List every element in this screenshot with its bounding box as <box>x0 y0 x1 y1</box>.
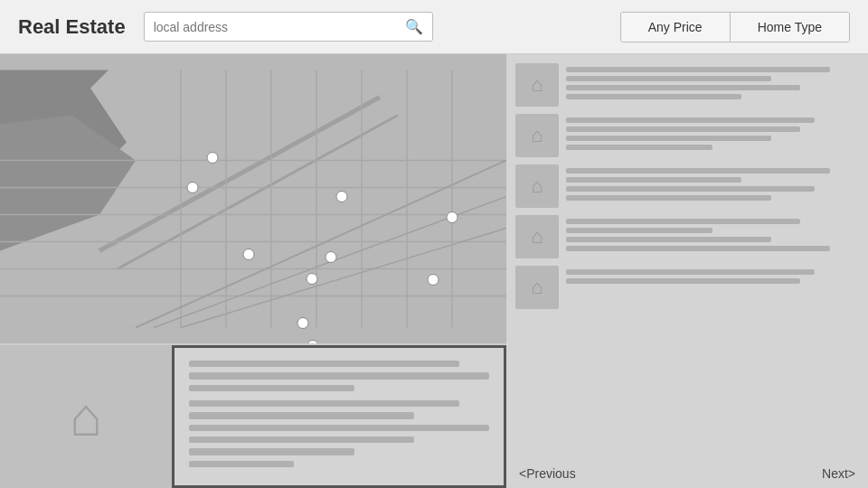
svg-point-22 <box>207 153 218 164</box>
listing-home-icon: ⌂ <box>531 174 542 198</box>
listing-line <box>566 228 712 233</box>
pagination: <Previous Next> <box>515 459 859 488</box>
map-container[interactable] <box>0 54 506 343</box>
list-item[interactable]: ⌂ <box>515 164 859 208</box>
listing-line <box>566 177 741 183</box>
svg-point-27 <box>326 252 336 263</box>
svg-point-29 <box>428 275 439 286</box>
detail-thumbnail: ⌂ <box>0 345 172 488</box>
filter-buttons: Any Price Home Type <box>620 12 850 42</box>
listing-line <box>566 219 800 224</box>
header: Real Estate 🔍 Any Price Home Type <box>0 0 868 54</box>
listing-lines <box>566 63 859 99</box>
svg-point-31 <box>307 341 318 344</box>
detail-line-6 <box>189 425 489 431</box>
detail-line-8 <box>189 448 354 455</box>
price-filter-button[interactable]: Any Price <box>621 13 731 42</box>
listing-line <box>566 94 741 99</box>
list-item[interactable]: ⌂ <box>515 63 859 107</box>
listing-lines <box>566 215 859 251</box>
listing-line <box>566 168 830 174</box>
map-area: ⌂ <box>0 54 506 488</box>
detail-info <box>172 345 506 488</box>
detail-line-2 <box>189 372 489 379</box>
detail-line-5 <box>189 412 414 418</box>
listing-thumbnail: ⌂ <box>515 63 559 107</box>
svg-point-28 <box>307 274 317 285</box>
map-svg <box>0 54 506 343</box>
main-content: ⌂ ⌂ <box>0 54 868 488</box>
listing-home-icon: ⌂ <box>531 124 542 147</box>
detail-home-icon: ⌂ <box>70 386 102 448</box>
listing-line <box>566 136 771 141</box>
detail-line-4 <box>189 400 459 407</box>
previous-button[interactable]: <Previous <box>519 466 576 481</box>
search-input[interactable] <box>154 20 405 34</box>
list-item[interactable]: ⌂ <box>515 215 859 258</box>
listing-home-icon: ⌂ <box>531 73 542 97</box>
detail-line-1 <box>189 361 459 367</box>
listing-line <box>566 117 815 123</box>
listing-home-icon: ⌂ <box>531 225 542 249</box>
listing-lines <box>566 266 859 284</box>
listing-lines <box>566 164 859 201</box>
listing-thumbnail: ⌂ <box>515 114 559 157</box>
svg-point-25 <box>447 212 458 223</box>
listing-thumbnail: ⌂ <box>515 164 559 208</box>
svg-point-30 <box>297 318 308 329</box>
listing-thumbnail: ⌂ <box>515 266 559 309</box>
detail-line-3 <box>189 385 354 391</box>
listing-line <box>566 67 830 72</box>
next-button[interactable]: Next> <box>822 466 855 481</box>
listing-line <box>566 195 771 201</box>
app-title: Real Estate <box>18 15 126 39</box>
listing-panel: ⌂ ⌂ <box>506 54 868 488</box>
listing-line <box>566 127 800 132</box>
listing-line <box>566 85 800 90</box>
list-item[interactable]: ⌂ <box>515 114 859 157</box>
listing-line <box>566 186 815 192</box>
list-item[interactable]: ⌂ <box>515 266 859 309</box>
listing-items: ⌂ ⌂ <box>515 63 859 459</box>
listing-line <box>566 278 800 284</box>
listing-line <box>566 237 771 242</box>
detail-line-7 <box>189 436 414 443</box>
search-button[interactable]: 🔍 <box>405 18 423 35</box>
listing-lines <box>566 114 859 150</box>
svg-point-23 <box>187 183 198 193</box>
detail-panel: ⌂ <box>0 343 506 488</box>
listing-line <box>566 246 830 251</box>
listing-line <box>566 76 771 81</box>
listing-home-icon: ⌂ <box>531 276 542 299</box>
listing-line <box>566 269 815 275</box>
listing-thumbnail: ⌂ <box>515 215 559 258</box>
listing-line <box>566 145 712 150</box>
svg-point-24 <box>336 192 347 202</box>
home-type-filter-button[interactable]: Home Type <box>731 13 849 42</box>
svg-point-26 <box>243 249 254 260</box>
detail-line-9 <box>189 461 294 467</box>
search-bar: 🔍 <box>144 12 433 42</box>
